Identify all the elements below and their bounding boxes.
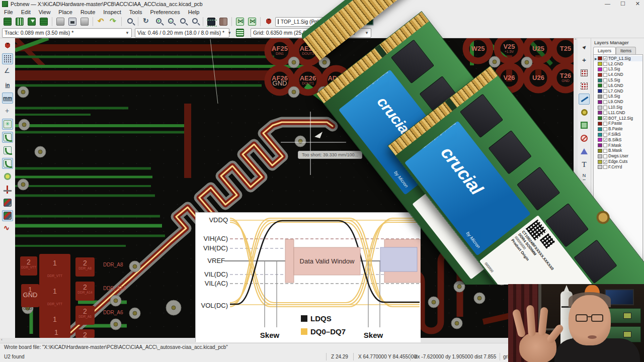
layer-color-swatch[interactable] xyxy=(598,165,602,169)
measure-icon[interactable] xyxy=(579,230,590,241)
layer-row-l7.gnd[interactable]: L7.GND xyxy=(594,88,642,94)
layer-color-swatch[interactable] xyxy=(598,133,602,137)
layer-visibility-checkbox[interactable] xyxy=(603,106,607,110)
crossprobe-button[interactable] xyxy=(348,16,359,27)
add-keepout-icon[interactable] xyxy=(579,133,590,144)
restore-button[interactable]: ☐ xyxy=(620,1,625,7)
layer-row-f.silks[interactable]: F.SilkS xyxy=(594,132,642,137)
close-button[interactable]: ✕ xyxy=(635,1,640,7)
layer-visibility-checkbox[interactable] xyxy=(603,111,607,115)
zoom-in-icon[interactable]: + xyxy=(153,16,164,27)
zoom-out-icon[interactable]: − xyxy=(165,16,176,27)
drc-icon[interactable] xyxy=(263,16,274,27)
print-icon[interactable] xyxy=(67,16,78,27)
add-polygon-icon[interactable] xyxy=(579,146,590,157)
layer-row-l6.gnd[interactable]: L6.GND xyxy=(594,83,642,88)
layer-visibility-checkbox[interactable] xyxy=(603,127,607,131)
layer-row-bot_l12.sig[interactable]: ✓BOT_L12.Sig xyxy=(594,116,642,121)
zoom-fit-icon[interactable] xyxy=(177,16,188,27)
layer-visibility-checkbox[interactable] xyxy=(603,149,607,153)
menu-preferences[interactable]: Preferences xyxy=(146,9,184,15)
track-display-icon[interactable] xyxy=(2,197,13,208)
layer-row-b.paste[interactable]: B.Paste xyxy=(594,126,642,132)
add-dimension-icon[interactable]: N↔ xyxy=(579,172,590,183)
layer-visibility-checkbox[interactable] xyxy=(603,95,607,99)
layer-color-swatch[interactable] xyxy=(598,116,602,120)
meander-icon[interactable] xyxy=(2,223,13,234)
layer-color-swatch[interactable] xyxy=(598,111,602,115)
menu-place[interactable]: Place xyxy=(54,9,76,15)
layer-visibility-checkbox[interactable]: ✓ xyxy=(603,116,607,120)
layer-color-swatch[interactable] xyxy=(598,95,602,99)
grid-select[interactable]: Grid: 0.6350 mm (25.00 mils)▼ xyxy=(251,28,324,38)
polar-coords-icon[interactable] xyxy=(2,66,13,77)
refresh-icon[interactable] xyxy=(141,16,152,27)
new-board-icon[interactable] xyxy=(2,16,13,27)
3d-viewer-button[interactable] xyxy=(364,16,375,27)
layer-visibility-checkbox[interactable]: ✓ xyxy=(603,138,607,142)
curved-ratsnest-icon[interactable] xyxy=(2,132,13,143)
plot-icon[interactable] xyxy=(79,16,90,27)
units-inches-icon[interactable]: in xyxy=(2,79,13,90)
menu-tools[interactable]: Tools xyxy=(125,9,146,15)
layer-row-l11.gnd[interactable]: L11.GND xyxy=(594,110,642,116)
layer-row-l8.sig[interactable]: L8.Sig xyxy=(594,94,642,100)
ratsnest-icon[interactable] xyxy=(2,119,13,130)
layer-row-b.mask[interactable]: B.Mask xyxy=(594,148,642,154)
layer-visibility-checkbox[interactable] xyxy=(603,78,607,82)
add-via-icon[interactable] xyxy=(579,107,590,118)
update-pcb-icon[interactable] xyxy=(234,16,246,27)
layer-row-l9.gnd[interactable]: L9.GND xyxy=(594,99,642,105)
zoom-selection-icon[interactable] xyxy=(189,16,200,27)
layer-visibility-checkbox[interactable] xyxy=(603,133,607,137)
menu-edit[interactable]: Edit xyxy=(17,9,35,15)
add-footprint-icon[interactable] xyxy=(579,80,590,92)
drc-bug-icon[interactable] xyxy=(2,40,13,51)
layer-color-swatch[interactable] xyxy=(598,160,602,164)
board-setup-icon[interactable] xyxy=(38,16,49,27)
net-inspector-icon[interactable] xyxy=(247,16,258,27)
cursor-shape-icon[interactable] xyxy=(2,106,13,117)
layer-color-swatch[interactable] xyxy=(598,73,602,77)
library-browser-icon[interactable] xyxy=(218,16,229,27)
footprint-editor-icon[interactable] xyxy=(206,16,217,27)
layer-visibility-checkbox[interactable] xyxy=(603,73,607,77)
find-icon[interactable] xyxy=(124,16,135,27)
layer-row-f.mask[interactable]: F.Mask xyxy=(594,143,642,148)
pad-display-icon[interactable] xyxy=(2,171,13,182)
open-board-icon[interactable] xyxy=(14,16,25,27)
add-zone-icon[interactable] xyxy=(579,120,590,131)
layer-color-swatch[interactable] xyxy=(598,83,602,87)
layer-row-dwgs.user[interactable]: Dwgs.User xyxy=(594,153,642,159)
layer-color-swatch[interactable] xyxy=(598,67,602,71)
layer-visibility-checkbox[interactable] xyxy=(603,62,607,66)
measure-grid-icon[interactable] xyxy=(579,67,590,78)
layer-visibility-checkbox[interactable] xyxy=(603,154,607,158)
layer-visibility-checkbox[interactable] xyxy=(603,122,607,126)
minimize-button[interactable]: — xyxy=(605,1,610,7)
layer-row-top_l1.sig[interactable]: ▶✓TOP_L1.Sig xyxy=(594,56,642,61)
layer-color-swatch[interactable] xyxy=(598,138,602,142)
layer-color-swatch[interactable] xyxy=(598,62,602,66)
select-arrow-icon[interactable]: ► xyxy=(579,41,590,52)
layer-color-swatch[interactable] xyxy=(598,56,602,60)
layer-color-swatch[interactable] xyxy=(598,100,602,104)
route-tracks-icon[interactable] xyxy=(579,94,590,105)
track-width-select[interactable]: Track: 0.089 mm (3.50 mils) *▼ xyxy=(2,28,132,38)
hide-ratsnest-icon[interactable] xyxy=(2,145,13,156)
layer-visibility-checkbox[interactable] xyxy=(603,143,607,147)
layer-color-swatch[interactable] xyxy=(598,89,602,93)
grid-origin-icon[interactable] xyxy=(579,217,590,228)
layer-color-swatch[interactable] xyxy=(598,78,602,82)
grid-dots-icon[interactable] xyxy=(2,53,13,64)
units-mm-icon[interactable]: mm xyxy=(2,93,13,104)
page-settings-icon[interactable] xyxy=(55,16,66,27)
diff-pair-icon[interactable] xyxy=(234,27,246,38)
layer-visibility-checkbox[interactable]: ✓ xyxy=(603,56,607,60)
auto-track-width-icon[interactable] xyxy=(2,158,13,169)
save-board-icon[interactable] xyxy=(26,16,37,27)
layer-row-l5.sig[interactable]: L5.Sig xyxy=(594,77,642,83)
menu-view[interactable]: View xyxy=(35,9,55,15)
layer-row-l10.sig[interactable]: L10.Sig xyxy=(594,105,642,110)
local-origin-icon[interactable]: ＋ xyxy=(579,54,590,65)
